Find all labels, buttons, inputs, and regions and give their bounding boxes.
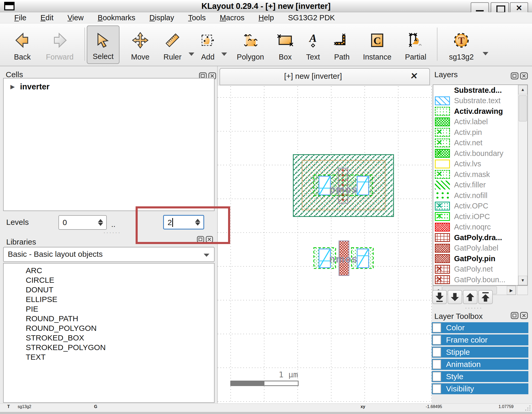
layer-swatch[interactable]	[435, 223, 450, 232]
layer-row-activ-drawing[interactable]: Activ.drawing	[433, 106, 518, 117]
pmos-device[interactable]: pmos	[293, 155, 394, 216]
ruler-dropdown-icon[interactable]	[189, 52, 194, 56]
nmos-device[interactable]: nmos	[314, 241, 373, 275]
layers-vertical-scrollbar[interactable]: ▲ ▼	[518, 85, 527, 285]
path-tool-button[interactable]: Path	[327, 25, 356, 64]
tab-close-icon[interactable]: ✕	[410, 71, 418, 81]
menu-file[interactable]: File	[7, 12, 34, 23]
layer-row-activ-noqrc[interactable]: Activ.noqrc	[433, 222, 518, 233]
levels-min-spinbox[interactable]: 0	[58, 215, 107, 230]
text-tool-button[interactable]: A Text	[301, 25, 325, 64]
move-layer-to-top-button[interactable]	[478, 290, 493, 304]
layer-swatch[interactable]	[435, 128, 450, 137]
layer-row-substrate-text[interactable]: Substrate.text	[433, 96, 518, 106]
move-layer-to-bottom-button[interactable]	[432, 290, 447, 304]
layer-swatch[interactable]	[435, 117, 450, 126]
layer-row-substrate-d-[interactable]: Substrate.d...	[433, 85, 518, 96]
forward-button[interactable]: Forward	[42, 25, 78, 64]
checkbox[interactable]	[433, 372, 441, 381]
toolbox-row-color[interactable]: Color	[432, 322, 528, 333]
layer-swatch[interactable]	[435, 149, 450, 158]
layer-swatch[interactable]	[435, 139, 450, 147]
layers-close-icon[interactable]	[520, 72, 528, 80]
spinner-buttons[interactable]	[96, 216, 105, 229]
library-item-text[interactable]: TEXT	[4, 352, 214, 362]
library-item-arc[interactable]: ARC	[4, 266, 214, 275]
layer-row-activ-nofill[interactable]: Activ.nofill	[433, 190, 518, 201]
add-tool-button[interactable]: Add	[195, 25, 220, 64]
layer-swatch[interactable]	[435, 170, 450, 179]
checkbox[interactable]	[433, 384, 441, 393]
instance-tool-button[interactable]: C Instance	[360, 25, 395, 64]
layer-row-activ-opc[interactable]: Activ.OPC	[433, 201, 518, 212]
layer-row-gatpoly-pin[interactable]: GatPoly.pin	[433, 253, 518, 264]
layer-swatch[interactable]	[435, 254, 450, 263]
layer-swatch[interactable]	[435, 233, 450, 242]
add-dropdown-icon[interactable]	[221, 52, 227, 56]
library-item-round_path[interactable]: ROUND_PATH	[4, 314, 214, 323]
layout-tab[interactable]: [+] new [inverter] ✕	[220, 68, 430, 85]
layer-swatch[interactable]	[435, 275, 450, 284]
menu-edit[interactable]: Edit	[34, 12, 61, 23]
menu-help[interactable]: Help	[251, 12, 281, 23]
menu-tools[interactable]: Tools	[181, 12, 213, 23]
spinner-buttons[interactable]	[193, 216, 202, 229]
scroll-up-icon[interactable]: ▲	[518, 85, 527, 94]
back-button[interactable]: Back	[8, 25, 37, 64]
layer-row-activ-lvs[interactable]: Activ.lvs	[433, 159, 518, 169]
layer-row-gatpoly-label[interactable]: GatPoly.label	[433, 243, 518, 254]
cell-item-inverter[interactable]: ▶ inverter	[4, 78, 214, 91]
library-select[interactable]: Basic - Basic layout objects	[3, 247, 215, 262]
layer-row-activ-net[interactable]: Activ.net	[433, 138, 518, 148]
layer-swatch[interactable]	[435, 86, 450, 95]
levels-max-spinbox[interactable]: 2	[163, 215, 204, 229]
library-item-donut[interactable]: DONUT	[4, 285, 214, 294]
checkbox[interactable]	[433, 335, 441, 345]
layer-row-activ-mask[interactable]: Activ.mask	[433, 169, 518, 180]
toolbox-row-visibility[interactable]: Visibility	[432, 383, 528, 394]
layout-canvas[interactable]: pmos nmos 1 µm	[218, 86, 432, 403]
layer-swatch[interactable]	[435, 244, 450, 253]
ruler-tool-button[interactable]: Ruler	[158, 25, 187, 64]
scrollbar-thumb[interactable]	[519, 95, 527, 121]
layer-toolbox-float-icon[interactable]	[511, 312, 518, 319]
layer-row-activ-pin[interactable]: Activ.pin	[433, 127, 518, 138]
layer-swatch[interactable]	[435, 191, 450, 200]
layer-toolbox-close-icon[interactable]	[520, 312, 528, 319]
library-item-circle[interactable]: CIRCLE	[4, 275, 214, 285]
toolbox-row-stipple[interactable]: Stipple	[432, 347, 528, 358]
layer-row-activ-filler[interactable]: Activ.filler	[433, 180, 518, 190]
library-item-round_polygon[interactable]: ROUND_POLYGON	[4, 323, 214, 333]
box-tool-button[interactable]: Box	[271, 25, 300, 64]
toolbox-row-animation[interactable]: Animation	[432, 359, 528, 370]
menu-macros[interactable]: Macros	[213, 12, 251, 23]
layer-row-activ-boundary[interactable]: Activ.boundary	[433, 148, 518, 159]
layer-row-gatpoly-net[interactable]: GatPoly.net	[433, 264, 518, 275]
resize-grip[interactable]	[524, 404, 531, 411]
sg13g2-tool-button[interactable]: T sg13g2	[443, 25, 480, 64]
checkbox[interactable]	[433, 323, 441, 332]
layer-swatch[interactable]	[435, 181, 450, 189]
layer-row-gatpoly-dra-[interactable]: GatPoly.dra...	[433, 232, 518, 243]
menu-view[interactable]: View	[61, 12, 91, 23]
layer-row-activ-iopc[interactable]: Activ.iOPC	[433, 211, 518, 222]
layer-swatch[interactable]	[435, 265, 450, 274]
libraries-float-icon[interactable]	[197, 236, 205, 243]
toolbox-row-frame-color[interactable]: Frame color	[432, 334, 528, 345]
expand-arrow-icon[interactable]: ▶	[10, 83, 15, 90]
layer-swatch[interactable]	[435, 202, 450, 211]
library-item-pie[interactable]: PIE	[4, 304, 214, 314]
libraries-close-icon[interactable]	[206, 236, 214, 243]
move-tool-button[interactable]: Move	[122, 25, 158, 64]
checkbox[interactable]	[433, 347, 441, 357]
sg13g2-dropdown-icon[interactable]	[483, 52, 488, 55]
layer-swatch[interactable]	[435, 212, 450, 221]
select-tool-button[interactable]: Select	[87, 25, 119, 64]
library-item-ellipse[interactable]: ELLIPSE	[4, 294, 214, 304]
library-item-stroked_box[interactable]: STROKED_BOX	[4, 333, 214, 343]
layer-row-gatpoly-boun-[interactable]: GatPoly.boun...	[433, 274, 518, 285]
menu-sg13g2-pdk[interactable]: SG13G2 PDK	[281, 12, 342, 23]
move-layer-down-button[interactable]	[448, 290, 462, 304]
layer-swatch[interactable]	[435, 96, 450, 105]
layer-row-activ-label[interactable]: Activ.label	[433, 117, 518, 127]
